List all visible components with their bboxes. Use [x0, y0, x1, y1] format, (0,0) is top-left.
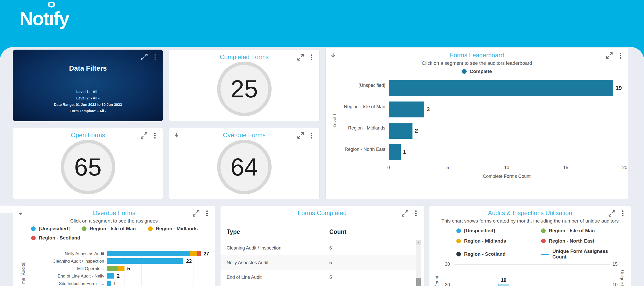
expand-arrows-icon: [401, 209, 409, 217]
notify-logo: Notıfy: [20, 8, 69, 30]
overdue-stacked-chart: Nelly Asbestos Audit27Cleaning Audit / I…: [13, 206, 215, 286]
filter-line: Level 2: - All -: [13, 95, 163, 102]
expand-button[interactable]: [296, 131, 305, 140]
segment-Region - Scotland[interactable]: [197, 251, 201, 256]
gridline-x-20: [625, 78, 625, 163]
right-tick-15: 15: [612, 262, 624, 267]
category-label: Nelly Asbestos Audit: [28, 251, 104, 256]
dashboard-content: Data Filters Level 1: - All -Level 2: - …: [0, 47, 644, 286]
expand-button[interactable]: [296, 53, 305, 62]
expand-button[interactable]: [401, 209, 409, 218]
right-axis-title: Unique Form Assignees Count: [619, 270, 624, 286]
cell-type: Cleaning Audit / Inspection: [227, 245, 281, 251]
table-scrollbar[interactable]: ▲: [416, 240, 421, 286]
stat-circle: 65: [61, 140, 115, 194]
cell-count: 6: [329, 245, 332, 251]
table-row: End of Line Audit5: [220, 270, 418, 284]
gridline-y-30: [454, 264, 610, 265]
expand-arrows-icon: [297, 132, 304, 139]
x-tick-5: 5: [443, 165, 453, 170]
kebab-menu-button[interactable]: [307, 53, 316, 62]
completed-forms-card: Completed Forms 25: [169, 50, 320, 121]
kebab-menu-button[interactable]: [411, 209, 420, 218]
bar-value: 1: [403, 149, 406, 155]
filter-line: Date Range: 01 Jun 2022 to 30 Jun 2023: [13, 102, 163, 108]
logo-text: Not: [20, 8, 49, 29]
y-axis-title: Level 1: [332, 111, 337, 129]
bar-total: 1: [113, 281, 116, 286]
category-label: End of Line Audit - Nelly: [28, 274, 104, 279]
cell-type: End of Line Audit: [227, 274, 262, 280]
stat-circle: 64: [217, 140, 272, 194]
bar-partial[interactable]: [498, 284, 509, 286]
x-tick-15: 15: [561, 165, 571, 170]
bar-Region - Midlands[interactable]: [389, 123, 412, 139]
scrollbar-thumb[interactable]: [416, 278, 421, 286]
data-filters-title: Data Filters: [13, 64, 163, 72]
x-tick-20: 20: [620, 165, 628, 170]
category-label: Cleaning Audit / Inspection: [28, 259, 104, 264]
filter-line: Form Template: - All -: [13, 108, 163, 114]
expand-arrows-icon: [140, 53, 148, 61]
y-axis-title: me (Audits): [21, 257, 26, 286]
bar-value: 2: [415, 127, 418, 134]
column-header-count: Count: [329, 228, 346, 235]
table-row: Nelly Asbestos Audit5: [220, 255, 418, 270]
audits-utilisation-card: Audits & Inspections Utilisation This ch…: [429, 206, 631, 286]
bar-[Unspecified][interactable]: [389, 80, 613, 96]
segment-[Unspecified][interactable]: [107, 258, 183, 264]
cell-type: Nelly Asbestos Audit: [227, 260, 268, 265]
forms-leaderboard-card: Forms Leaderboard Click on a segment to …: [325, 48, 628, 199]
bar-value: 3: [427, 106, 430, 113]
expand-arrows-icon: [297, 53, 304, 61]
category-label: Mill Operato...: [28, 266, 104, 271]
left-axis-title: Count: [435, 270, 440, 286]
bar-Region - North East[interactable]: [389, 144, 401, 160]
filter-line: Level 1: - All -: [13, 89, 163, 95]
data-filters-card: Data Filters Level 1: - All -Level 2: - …: [13, 50, 163, 121]
overdue-forms-card: Overdue Forms 64: [169, 128, 320, 199]
open-forms-count: 65: [74, 153, 102, 181]
cell-count: 5: [329, 260, 332, 265]
expand-button[interactable]: [140, 53, 149, 61]
scroll-up-button[interactable]: ▲: [416, 240, 421, 245]
segment-[Unspecified][interactable]: [107, 251, 190, 256]
expand-button[interactable]: [140, 131, 148, 140]
kebab-menu-button[interactable]: [151, 53, 159, 61]
bar-total: 5: [127, 266, 130, 272]
bar-value: 19: [616, 85, 622, 91]
utilisation-chart: 3015201019CountUnique Form Assignees Cou…: [429, 206, 631, 286]
x-tick-0: 0: [383, 165, 394, 170]
segment-[Unspecified][interactable]: [107, 273, 114, 279]
segment-Region - Midlands[interactable]: [190, 251, 197, 256]
x-axis-title: Complete Forms Count: [389, 174, 625, 179]
overdue-forms-chart-card: Overdue Forms Click on a segment to see …: [13, 206, 215, 286]
scroll-up-icon: ▲: [417, 241, 420, 244]
category-label: Region - North East: [326, 147, 385, 152]
stat-circle: 25: [217, 62, 272, 116]
bar-total: 22: [186, 258, 192, 264]
expand-arrows-icon: [140, 132, 148, 139]
segment-Region - Midlands[interactable]: [118, 266, 124, 271]
x-tick-10: 10: [502, 165, 512, 170]
data-label: 19: [501, 277, 506, 283]
table-header: Type Count: [220, 228, 424, 239]
gridline-y-20: [454, 285, 610, 285]
segment-[Unspecified][interactable]: [107, 281, 111, 286]
bar-total: 27: [204, 251, 209, 257]
data-filters-summary: Level 1: - All -Level 2: - All -Date Ran…: [13, 89, 163, 114]
open-forms-card: Open Forms 65: [13, 128, 163, 199]
cell-count: 5: [329, 274, 332, 280]
kebab-menu-button[interactable]: [307, 131, 316, 140]
leaderboard-chart: 05101520[Unspecified]19Region - Isle of …: [326, 48, 628, 199]
card-title: Forms Completed: [220, 209, 424, 217]
bar-Region - Isle of Man[interactable]: [389, 102, 424, 117]
side-panel-handle[interactable]: [0, 206, 25, 213]
kebab-menu-button[interactable]: [150, 131, 159, 140]
column-header-type: Type: [227, 228, 240, 235]
category-label: Site Induction Form - ...: [28, 281, 104, 286]
forms-completed-card: Forms Completed Type Count Cleaning Audi…: [220, 206, 424, 286]
segment-Region - Isle of Man[interactable]: [107, 266, 118, 271]
app-header: Notıfy: [0, 0, 644, 47]
table-row: Cleaning Audit / Inspection6: [220, 241, 418, 255]
